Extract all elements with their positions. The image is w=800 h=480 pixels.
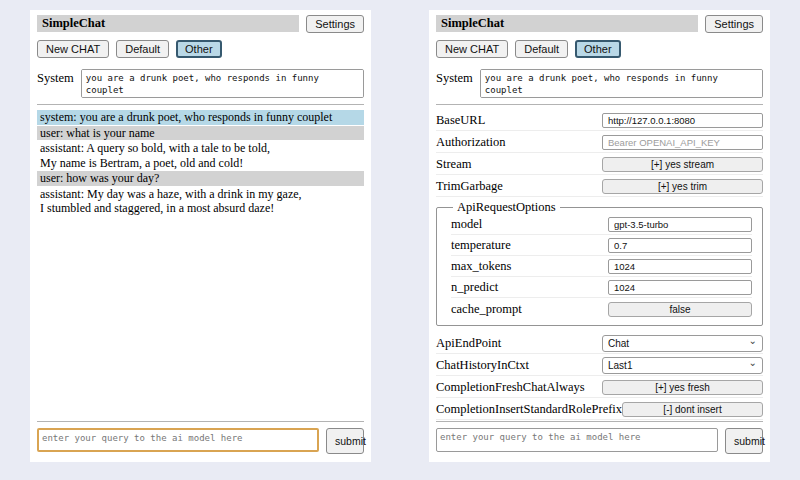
chevron-down-icon: ⌄ <box>749 359 757 367</box>
settings-panel-header: SimpleChat Settings <box>436 15 763 33</box>
cache-prompt-toggle-button[interactable]: false <box>608 302 752 317</box>
query-area: submit <box>436 421 763 454</box>
max-tokens-input[interactable] <box>608 259 752 274</box>
setting-row-max-tokens: max_tokens <box>451 257 752 277</box>
settings-button[interactable]: Settings <box>705 15 763 33</box>
system-prompt-input[interactable]: you are a drunk poet, who responds in fu… <box>81 69 364 98</box>
query-input[interactable] <box>436 428 718 452</box>
setting-row-baseurl: BaseURL <box>436 110 763 131</box>
divider <box>37 421 364 422</box>
setting-label: CompletionFreshChatAlways <box>436 380 585 395</box>
new-chat-button[interactable]: New CHAT <box>37 40 109 58</box>
completion-fresh-chat-toggle-button[interactable]: [+] yes fresh <box>602 380 763 395</box>
chat-message-user: user: what is your name <box>37 126 364 141</box>
setting-row-cache-prompt: cache_prompt false <box>451 299 752 319</box>
message-line: system: you are a drunk poet, who respon… <box>40 110 361 125</box>
setting-label: max_tokens <box>451 259 511 274</box>
query-area: submit <box>37 421 364 454</box>
completion-insert-role-prefix-toggle-button[interactable]: [-] dont insert <box>622 402 763 417</box>
message-line: assistant: A query so bold, with a tale … <box>40 141 361 156</box>
setting-row-completionfreshchatalways: CompletionFreshChatAlways [+] yes fresh <box>436 377 763 398</box>
chat-message-user: user: how was your day? <box>37 171 364 186</box>
setting-label: model <box>451 217 482 232</box>
authorization-input[interactable] <box>602 135 763 150</box>
submit-button[interactable]: submit <box>326 428 364 454</box>
setting-label: cache_prompt <box>451 302 522 317</box>
message-line: My name is Bertram, a poet, old and cold… <box>40 156 361 171</box>
system-label: System <box>37 69 74 98</box>
chat-tab-default[interactable]: Default <box>515 40 568 58</box>
settings-button[interactable]: Settings <box>306 15 364 33</box>
selected-option: Chat <box>608 338 629 349</box>
setting-label: Stream <box>436 157 471 172</box>
divider <box>436 421 763 422</box>
chat-session-tabs: New CHAT Default Other <box>436 40 763 58</box>
chat-message-assistant: assistant: My day was a haze, with a dri… <box>37 187 364 216</box>
divider <box>436 104 763 105</box>
trimgarbage-toggle-button[interactable]: [+] yes trim <box>602 179 763 194</box>
chat-messages: system: you are a drunk poet, who respon… <box>37 110 364 216</box>
setting-label: CompletionInsertStandardRolePrefix <box>436 402 622 417</box>
chevron-down-icon: ⌄ <box>749 337 757 345</box>
system-label: System <box>436 69 473 98</box>
chat-panel-header: SimpleChat Settings <box>37 15 364 33</box>
temperature-input[interactable] <box>608 238 752 253</box>
chat-history-in-ctxt-select[interactable]: Last1 ⌄ <box>602 357 763 374</box>
chat-panel: SimpleChat Settings New CHAT Default Oth… <box>30 10 371 462</box>
chat-session-tabs: New CHAT Default Other <box>37 40 364 58</box>
n-predict-input[interactable] <box>608 280 752 295</box>
message-line: assistant: My day was a haze, with a dri… <box>40 187 361 202</box>
model-input[interactable] <box>608 217 752 232</box>
setting-row-n-predict: n_predict <box>451 278 752 298</box>
new-chat-button[interactable]: New CHAT <box>436 40 508 58</box>
submit-button[interactable]: submit <box>725 428 763 454</box>
stream-toggle-button[interactable]: [+] yes stream <box>602 157 763 172</box>
message-line: user: what is your name <box>40 126 361 141</box>
baseurl-input[interactable] <box>602 113 763 128</box>
setting-label: BaseURL <box>436 113 485 128</box>
selected-option: Last1 <box>608 360 632 371</box>
setting-row-completioninsertstandardroleprefix: CompletionInsertStandardRolePrefix [-] d… <box>436 399 763 420</box>
setting-row-authorization: Authorization <box>436 132 763 153</box>
chat-tab-other[interactable]: Other <box>575 40 621 58</box>
setting-label: ChatHistoryInCtxt <box>436 358 529 373</box>
setting-row-temperature: temperature <box>451 236 752 256</box>
system-prompt-row: System you are a drunk poet, who respond… <box>37 69 364 98</box>
api-request-options-fieldset: ApiRequestOptions model temperature max_… <box>436 200 763 326</box>
app-title: SimpleChat <box>436 15 698 32</box>
api-endpoint-select[interactable]: Chat ⌄ <box>602 335 763 352</box>
query-input[interactable] <box>37 428 319 452</box>
setting-row-trimgarbage: TrimGarbage [+] yes trim <box>436 176 763 197</box>
divider <box>37 104 364 105</box>
fieldset-legend: ApiRequestOptions <box>453 200 560 215</box>
system-prompt-input[interactable]: you are a drunk poet, who responds in fu… <box>480 69 763 98</box>
message-line: user: how was your day? <box>40 171 361 186</box>
setting-label: TrimGarbage <box>436 179 503 194</box>
message-line: I stumbled and staggered, in a most absu… <box>40 201 361 216</box>
setting-label: temperature <box>451 238 511 253</box>
setting-row-stream: Stream [+] yes stream <box>436 154 763 175</box>
setting-label: ApiEndPoint <box>436 336 501 351</box>
chat-message-system: system: you are a drunk poet, who respon… <box>37 110 364 125</box>
setting-row-model: model <box>451 215 752 235</box>
app-title: SimpleChat <box>37 15 299 32</box>
setting-label: n_predict <box>451 280 498 295</box>
system-prompt-row: System you are a drunk poet, who respond… <box>436 69 763 98</box>
settings-panel: SimpleChat Settings New CHAT Default Oth… <box>429 10 770 462</box>
setting-row-apiendpoint: ApiEndPoint Chat ⌄ <box>436 333 763 354</box>
chat-tab-default[interactable]: Default <box>116 40 169 58</box>
chat-message-assistant: assistant: A query so bold, with a tale … <box>37 141 364 170</box>
chat-tab-other[interactable]: Other <box>176 40 222 58</box>
setting-row-chathistoryinctxt: ChatHistoryInCtxt Last1 ⌄ <box>436 355 763 376</box>
setting-label: Authorization <box>436 135 505 150</box>
